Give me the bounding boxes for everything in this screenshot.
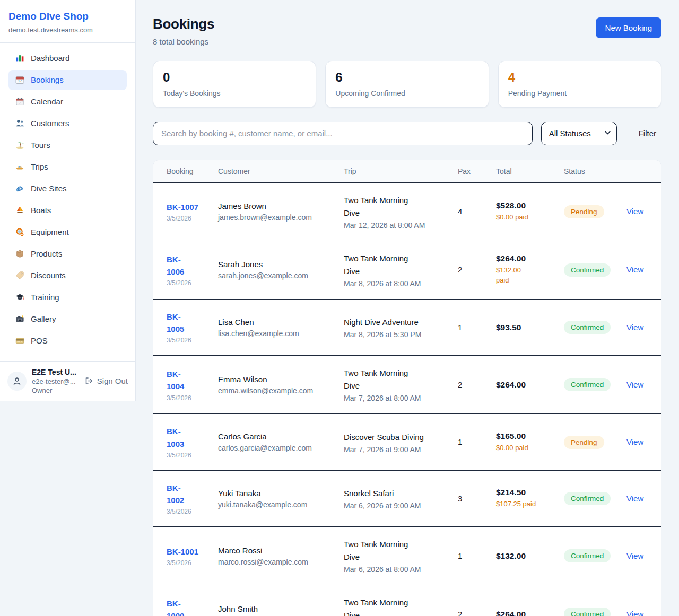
trip-cell: Two Tank Morning Dive Mar 6, 2026 at 8:0… — [337, 585, 451, 616]
total-cell: $528.00 $0.00 paid — [490, 182, 558, 241]
view-link[interactable]: View — [626, 265, 643, 274]
view-link[interactable]: View — [626, 494, 643, 503]
status-cell: Confirmed — [558, 356, 620, 414]
pax-count: 1 — [458, 437, 462, 446]
column-header-total: Total — [490, 160, 558, 183]
sign-out-label: Sign Out — [97, 376, 128, 385]
booking-id-link[interactable]: BK- 1002 — [167, 482, 184, 507]
sailboat-icon — [15, 206, 24, 215]
customer-cell: Sarah Jones sarah.jones@example.com — [212, 241, 337, 299]
pax-count: 2 — [458, 610, 462, 616]
sidebar-item-customers[interactable]: Customers — [8, 113, 127, 134]
sidebar-item-gallery[interactable]: Gallery — [8, 309, 127, 329]
customer-name: Sarah Jones — [218, 260, 331, 269]
actions-cell: View — [620, 470, 661, 527]
table-row: BK- 1005 3/5/2026 Lisa Chen lisa.chen@ex… — [153, 299, 661, 356]
sidebar-item-pos[interactable]: POS — [8, 331, 127, 351]
search-input[interactable] — [153, 122, 533, 145]
customer-email: yuki.tanaka@example.com — [218, 500, 331, 509]
view-link[interactable]: View — [626, 437, 643, 446]
amount-paid: $0.00 paid — [496, 443, 545, 453]
table-row: BK- 1004 3/5/2026 Emma Wilson emma.wilso… — [153, 356, 661, 414]
sign-out-button[interactable]: Sign Out — [84, 376, 128, 385]
status-cell: Confirmed — [558, 470, 620, 527]
trip-datetime: Mar 6, 2026 at 8:00 AM — [344, 565, 445, 574]
booking-id-link[interactable]: BK-1001 — [167, 545, 198, 558]
pax-cell: 4 — [451, 182, 490, 241]
pax-cell: 3 — [451, 470, 490, 527]
stat-card-todays-bookings: 0 Today's Bookings — [153, 61, 316, 108]
people-icon — [15, 119, 24, 128]
customer-name: Yuki Tanaka — [218, 489, 331, 498]
total-cell: $264.00 $132.00 paid — [490, 241, 558, 299]
view-link[interactable]: View — [626, 323, 643, 332]
view-link[interactable]: View — [626, 207, 643, 216]
credit-card-icon — [15, 336, 24, 346]
sidebar-header: Demo Dive Shop demo.test.divestreams.com — [0, 0, 135, 43]
actions-cell: View — [620, 585, 661, 616]
table-row: BK-1007 3/5/2026 James Brown james.brown… — [153, 182, 661, 241]
sidebar-item-tours[interactable]: Tours — [8, 135, 127, 155]
stat-label: Pending Payment — [508, 89, 651, 98]
actions-cell: View — [620, 241, 661, 299]
user-email: e2e-tester@... — [32, 377, 79, 385]
trip-cell: Two Tank Morning Dive Mar 8, 2026 at 8:0… — [337, 241, 451, 299]
view-link[interactable]: View — [626, 380, 643, 389]
booking-date: 3/5/2026 — [167, 337, 205, 344]
pax-cell: 1 — [451, 299, 490, 356]
sidebar-item-dive-sites[interactable]: Dive Sites — [8, 179, 127, 199]
total-cell: $264.00 — [490, 585, 558, 616]
sidebar-item-calendar[interactable]: Calendar — [8, 92, 127, 112]
table-row: BK-1001 3/5/2026 Marco Rossi marco.rossi… — [153, 527, 661, 585]
pax-count: 3 — [458, 494, 462, 503]
user-info: E2E Test U... e2e-tester@... Owner — [32, 368, 79, 394]
view-link[interactable]: View — [626, 610, 643, 616]
sidebar-item-equipment[interactable]: Equipment — [8, 222, 127, 242]
customer-cell: Yuki Tanaka yuki.tanaka@example.com — [212, 470, 337, 527]
sidebar-user-section: E2E Test U... e2e-tester@... Owner Sign … — [0, 361, 135, 401]
booking-id-link[interactable]: BK- 1004 — [167, 368, 184, 393]
booking-id-link[interactable]: BK- 1003 — [167, 425, 184, 450]
page-header: Bookings 8 total bookings New Booking — [153, 16, 661, 46]
total-amount: $264.00 — [496, 380, 551, 390]
sidebar-item-discounts[interactable]: Discounts — [8, 266, 127, 286]
sidebar-item-trips[interactable]: Trips — [8, 157, 127, 177]
status-badge: Confirmed — [564, 263, 611, 277]
new-booking-button[interactable]: New Booking — [596, 17, 661, 38]
pax-count: 4 — [458, 207, 462, 216]
booking-id-link[interactable]: BK- 1000 — [167, 597, 184, 616]
sidebar-item-bookings[interactable]: 17 Bookings — [8, 70, 127, 90]
sidebar-item-dashboard[interactable]: Dashboard — [8, 48, 127, 68]
booking-id-link[interactable]: BK- 1005 — [167, 311, 184, 336]
trip-name: Snorkel Safari — [344, 487, 426, 500]
sidebar-nav: Dashboard 17 Bookings Calendar Customers… — [0, 43, 135, 361]
pax-cell: 2 — [451, 585, 490, 616]
stat-value: 6 — [335, 70, 478, 85]
booking-id-link[interactable]: BK- 1006 — [167, 253, 184, 278]
booking-date: 3/5/2026 — [167, 215, 205, 222]
customer-name: Emma Wilson — [218, 375, 331, 384]
customer-email: james.brown@example.com — [218, 213, 331, 222]
sidebar-item-products[interactable]: Products — [8, 244, 127, 264]
svg-text:17: 17 — [18, 80, 22, 83]
booking-date: 3/5/2026 — [167, 559, 205, 567]
sidebar-item-label: Products — [31, 249, 62, 258]
bar-chart-icon — [15, 54, 24, 63]
status-cell: Pending — [558, 414, 620, 471]
status-badge: Confirmed — [564, 321, 611, 334]
customer-cell: Emma Wilson emma.wilson@example.com — [212, 356, 337, 414]
sidebar-item-boats[interactable]: Boats — [8, 200, 127, 221]
customer-name: John Smith — [218, 604, 331, 613]
filter-button[interactable]: Filter — [633, 129, 661, 138]
sidebar-item-label: Boats — [31, 206, 51, 215]
status-select[interactable]: All Statuses — [541, 122, 617, 145]
booking-id-link[interactable]: BK-1007 — [167, 201, 198, 213]
sidebar-item-label: Customers — [31, 119, 69, 128]
stat-value: 4 — [508, 70, 651, 85]
pax-cell: 2 — [451, 356, 490, 414]
sidebar-item-training[interactable]: Training — [8, 287, 127, 307]
pax-count: 2 — [458, 265, 462, 274]
view-link[interactable]: View — [626, 551, 643, 560]
trip-name: Two Tank Morning Dive — [344, 538, 426, 564]
amount-paid: $132.00 paid — [496, 266, 545, 286]
